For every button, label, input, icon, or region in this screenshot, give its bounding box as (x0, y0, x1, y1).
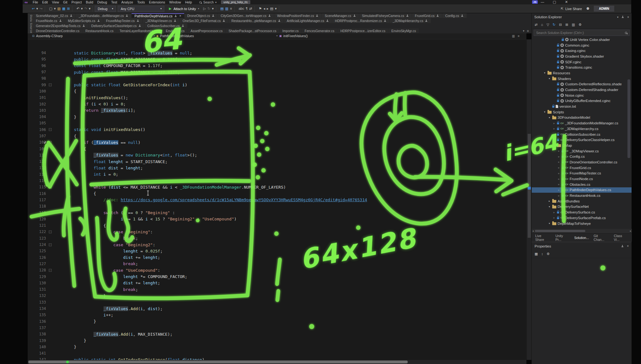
pin-icon[interactable] (222, 19, 225, 22)
tree-item-config-cs[interactable]: ▹C#Config.cs (532, 154, 632, 159)
pin-icon[interactable] (461, 14, 464, 17)
tab-fencesgenerator-cs[interactable]: FencesGenerator.cs (302, 28, 338, 33)
tab-artificiallightsmanager-cs[interactable]: ArtificialLightsManager.cs (284, 18, 332, 23)
menu-item-extensions[interactable]: Extensions (149, 0, 165, 4)
chevron-down-icon[interactable]: ▾ (617, 16, 618, 19)
editor-vertical-scrollbar[interactable] (526, 39, 531, 360)
tree-item-easing-cginc[interactable]: Easing.cginc (532, 48, 632, 54)
menu-item-window[interactable]: Window (169, 0, 181, 4)
refresh-icon[interactable]: ↻ (553, 23, 555, 26)
tree-item-fruxelmaptester-cs[interactable]: ▹C#FruxelMapTester.cs (532, 171, 632, 176)
tab-restauranthook-cs[interactable]: RestaurantHook.cs (82, 28, 116, 33)
tab--3dmaphierarchy-cs[interactable]: _3DMapHierarchy.cs (390, 18, 431, 23)
editor-horizontal-scrollbar[interactable] (28, 360, 526, 364)
tab-citygen3dgen-torwrapper-cs[interactable]: CityGen3DGen...torWrapper.cs (218, 13, 274, 18)
menu-item-test[interactable]: Test (111, 0, 117, 4)
scrollbar-thumb[interactable] (528, 134, 531, 238)
tab-terrainlayerrandomizer-cs[interactable]: TerrainLayerRandomizer.cs (117, 28, 163, 33)
scroll-left-icon[interactable]: ◂ (532, 230, 534, 232)
maximize-button[interactable]: ▢ (551, 0, 558, 4)
pin-icon[interactable] (59, 19, 62, 22)
collapse-all-icon[interactable]: ⊟ (559, 23, 562, 26)
tree-item-deliverysurfacenet[interactable]: ▾DeliverySurfaceNet (532, 204, 632, 210)
categorized-icon[interactable]: ▦ (535, 252, 538, 256)
tree-item-shaders[interactable]: ▾Shaders (532, 76, 632, 82)
pin-icon[interactable] (136, 19, 139, 22)
save-icon[interactable]: ▦ (62, 7, 65, 10)
new-file-icon[interactable]: ▢ (49, 7, 52, 10)
close-icon[interactable]: × (179, 14, 181, 18)
fold-collapse-icon[interactable]: - (49, 83, 52, 86)
tree-item-fruxelgrid-cs[interactable]: ▹C#FruxelGrid.cs (532, 165, 632, 171)
chevron-expanded-icon[interactable]: ▾ (548, 116, 551, 119)
chevron-expanded-icon[interactable]: ▾ (543, 111, 546, 113)
dropdown-icon[interactable]: ▾ (212, 7, 214, 10)
tab-pathfinderdepthvalues-cs[interactable]: PathfinderDepthValues.cs× (132, 13, 184, 18)
tab-generator2exportmaptools-cs[interactable]: Generator2ExportMapTools.cs (33, 23, 88, 28)
spell-check-icon[interactable]: abc (239, 7, 244, 10)
tree-item-droneorientationcontroller-cs[interactable]: ▹C#DroneOrientationController.cs (532, 159, 632, 165)
tree-item-restauranthook-cs[interactable]: ▹C#RestaurantHook.cs (532, 193, 632, 198)
tab-fruxelgrid-cs[interactable]: FruxelGrid.cs (412, 13, 442, 18)
minimize-button[interactable]: — (539, 0, 546, 4)
menu-item-file[interactable]: File (33, 0, 38, 4)
tab-envirosky-cs[interactable]: EnviroSky.cs (163, 28, 187, 33)
tree-item-collisionsubscriber-cs[interactable]: ▹C#CollisionSubscriber.cs (532, 132, 632, 137)
tree-item-gradient-skybox-shader[interactable]: Gradient Skybox.shader (532, 54, 632, 59)
pin-icon[interactable] (326, 19, 329, 22)
dropdown-icon[interactable]: ▾ (81, 7, 83, 10)
chevron-expanded-icon[interactable]: ▾ (548, 77, 551, 80)
close-icon[interactable]: × (627, 15, 629, 19)
panel-tab-git-chan-[interactable]: Git Chan... (594, 234, 609, 242)
breadcrumb-project[interactable]: ⊡ Assembly-CSharp (32, 34, 63, 38)
tab-restaurantho-plemanager-cs[interactable]: RestaurantHo...pleManager.cs (229, 18, 284, 23)
dropdown-icon[interactable]: ▾ (36, 7, 38, 10)
menu-item-git[interactable]: Git (63, 0, 67, 4)
menu-item-build[interactable]: Build (86, 0, 93, 4)
settings-icon[interactable]: ⚙ (578, 23, 581, 26)
attach-to-unity-button[interactable]: ▶ Attach to Unity ▾ (169, 7, 199, 11)
tab-windowpositionfinder-cs[interactable]: WindowPositionFinder.cs (274, 13, 321, 18)
menu-item-analyze[interactable]: Analyze (121, 0, 133, 4)
tree-item-obstacles-cs[interactable]: ▹C#Obstacles.cs (532, 182, 632, 187)
tree-item-deliverysurfaceclasshelper-cs[interactable]: ▹C#DeliverySurfaceClassHelper.cs (532, 137, 632, 143)
tree-item-custom-deferredshading-shader[interactable]: Custom-DeferredShading.shader (532, 87, 632, 93)
panel-tab-live-share[interactable]: Live Share (535, 234, 551, 242)
person-icon[interactable]: ⚉ (586, 7, 589, 11)
menu-item-tools[interactable]: Tools (137, 0, 145, 4)
bookmark-next-icon[interactable]: ▸ (267, 7, 269, 10)
tree-item-sdf-cginc[interactable]: SDF.cginc (532, 59, 632, 65)
tab-simulatedfisheyecamera-cs[interactable]: SimulatedFisheyeCamera.cs (359, 13, 412, 18)
tab-deliverysurfaceclasshelper-cs[interactable]: DeliverySurfaceClassHelper.cs (88, 23, 144, 28)
filter-icon[interactable]: ▽ (547, 23, 549, 26)
chevron-collapsed-icon[interactable]: ▸ (548, 200, 551, 202)
undo-icon[interactable]: ↶ (77, 7, 79, 10)
tab-config-cs[interactable]: Config.cs (442, 13, 467, 18)
nav-back-icon[interactable]: ↩ (32, 7, 35, 10)
close-button[interactable]: ✕ (563, 0, 570, 4)
scrollbar-thumb[interactable] (535, 230, 585, 232)
tree-item-fruxelnode-cs[interactable]: ▹C#FruxelNode.cs (532, 176, 632, 182)
pin-icon[interactable] (97, 19, 100, 22)
pin-icon[interactable] (212, 14, 215, 17)
fold-collapse-icon[interactable]: - (49, 230, 52, 233)
tree-item--3dfoundationmodelmanager-cs[interactable]: ▹C#_3DFoundationModelManager.cs (532, 120, 632, 126)
properties-icon[interactable]: ⊞ (565, 23, 568, 26)
tree-horizontal-scrollbar[interactable]: ◂ ▸ (532, 229, 632, 233)
panel-tab-class-vi-[interactable]: Class Vi... (614, 234, 628, 242)
pin-icon[interactable] (181, 24, 184, 27)
selection-icon[interactable]: ¶ (246, 7, 248, 10)
tree-item-3dfoundationmodel[interactable]: ▾3DFoundationModel (532, 115, 632, 121)
live-share-button[interactable]: ⇱ Live Share (561, 7, 582, 11)
pin-icon[interactable] (278, 19, 281, 22)
home-icon[interactable]: ⌂ (541, 23, 543, 26)
fold-collapse-icon[interactable]: - (49, 186, 52, 189)
pin-icon[interactable] (174, 14, 177, 18)
dropdown-icon[interactable]: ▾ (54, 7, 56, 10)
save-all-icon[interactable]: ⊞ (67, 7, 70, 10)
menu-item-project[interactable]: Project (71, 0, 82, 4)
tab-importer-cs[interactable]: Importer.cs (280, 28, 302, 33)
tree-item--3dmapviewer-cs[interactable]: ▹C#_3DMapViewer.cs (532, 148, 632, 154)
split-window-icon[interactable]: ▥ (512, 34, 515, 38)
tree-item-unlit-vertex-color-shader[interactable]: Unlit Vertex Color.shader (532, 37, 632, 43)
